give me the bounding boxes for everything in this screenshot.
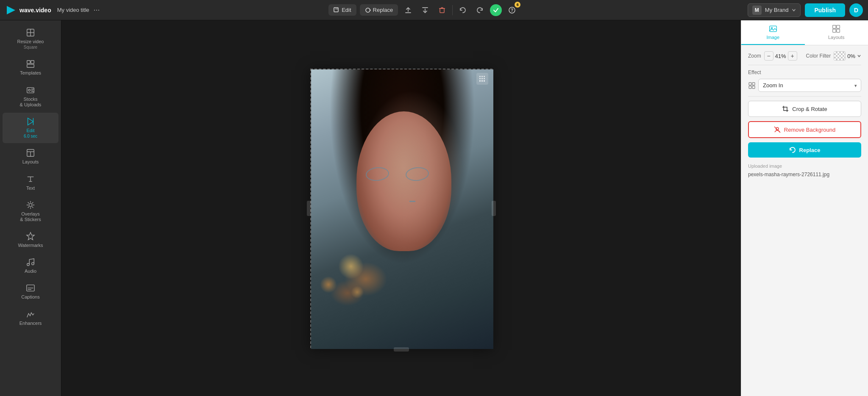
- replace-image-button[interactable]: Replace: [748, 142, 861, 158]
- svg-rect-4: [440, 8, 444, 13]
- check-icon: [493, 7, 499, 13]
- svg-rect-13: [31, 61, 34, 64]
- sidebar-item-watermarks[interactable]: Watermarks: [3, 227, 58, 252]
- svg-rect-14: [27, 64, 34, 67]
- zoom-row: Zoom − 41% + Color Filter 0%: [748, 51, 861, 61]
- replace-button[interactable]: Replace: [360, 4, 398, 16]
- download-icon: [421, 6, 429, 14]
- svg-marker-3: [370, 9, 371, 11]
- brand-name: My Brand: [765, 7, 789, 13]
- zoom-value: 41%: [775, 53, 786, 59]
- resize-icon: [26, 28, 35, 37]
- svg-point-27: [32, 263, 34, 265]
- topbar-right: M My Brand Publish D: [748, 3, 863, 17]
- layouts-icon: [26, 148, 35, 158]
- svg-rect-38: [752, 83, 755, 85]
- svg-point-32: [771, 28, 772, 29]
- effect-select[interactable]: Zoom In Zoom Out Pan Left Pan Right None: [758, 79, 861, 92]
- upload-button[interactable]: [401, 3, 415, 17]
- effect-select-wrap[interactable]: Zoom In Zoom Out Pan Left Pan Right None: [758, 79, 861, 92]
- divider-2: [748, 96, 861, 97]
- sidebar-item-edit[interactable]: Edit6.0 sec: [3, 113, 58, 143]
- color-filter-value: 0%: [847, 53, 855, 59]
- right-resize-handle[interactable]: [492, 201, 496, 216]
- crop-rotate-button[interactable]: Crop & Rotate: [748, 101, 861, 117]
- sidebar-item-resize[interactable]: Resize videoSquare: [3, 24, 58, 54]
- canvas-image: [311, 69, 493, 349]
- confirm-button[interactable]: [490, 4, 502, 16]
- bottom-resize-handle[interactable]: [394, 347, 409, 352]
- left-resize-handle[interactable]: [307, 201, 311, 216]
- svg-marker-0: [7, 6, 15, 14]
- tab-image[interactable]: Image: [741, 20, 805, 45]
- svg-rect-35: [833, 29, 836, 33]
- svg-rect-12: [27, 61, 30, 64]
- edit-button[interactable]: Edit: [328, 4, 356, 16]
- publish-button[interactable]: Publish: [805, 3, 845, 17]
- brand-selector[interactable]: M My Brand: [748, 3, 801, 17]
- captions-icon: [26, 283, 35, 293]
- effect-row: Zoom In Zoom Out Pan Left Pan Right None: [748, 79, 861, 92]
- separator: [452, 5, 453, 15]
- svg-rect-33: [833, 25, 836, 28]
- sidebar-item-audio[interactable]: Audio: [3, 253, 58, 278]
- sidebar-item-text[interactable]: Text: [3, 170, 58, 195]
- svg-point-16: [28, 89, 31, 91]
- logo-area: wave.video My video title ···: [5, 4, 100, 16]
- zoom-decrease-button[interactable]: −: [764, 51, 773, 61]
- zoom-increase-button[interactable]: +: [788, 51, 797, 61]
- logo-icon: [5, 4, 17, 16]
- zoom-color-section: Zoom − 41% + Color Filter 0% Effect: [741, 45, 868, 184]
- layouts-tab-icon: [832, 25, 840, 33]
- upload-icon: [404, 6, 412, 14]
- divider-1: [748, 65, 861, 65]
- video-title[interactable]: My video title: [57, 7, 89, 13]
- delete-button[interactable]: [435, 3, 449, 17]
- color-filter-swatch[interactable]: [834, 51, 846, 61]
- main-content: Resize videoSquare Templates Stocks& Upl…: [0, 20, 868, 396]
- replace-icon: [365, 7, 371, 13]
- trash-icon: [439, 7, 445, 14]
- right-panel-tabs: Image Layouts: [741, 20, 868, 45]
- canvas-corner-handle[interactable]: [476, 73, 488, 85]
- svg-rect-37: [749, 83, 751, 85]
- svg-rect-40: [752, 86, 755, 89]
- watermarks-icon: [26, 232, 35, 241]
- help-icon: ?: [508, 6, 516, 14]
- effect-label: Effect: [748, 69, 861, 75]
- grid-icon: [479, 76, 485, 82]
- remove-background-button[interactable]: Remove Background: [748, 121, 861, 138]
- more-options-button[interactable]: ···: [94, 6, 100, 14]
- image-tab-icon: [769, 25, 777, 33]
- download-button[interactable]: [418, 3, 432, 17]
- sidebar-item-enhancers[interactable]: Enhancers: [3, 305, 58, 330]
- help-button[interactable]: ? 6: [505, 3, 519, 17]
- sidebar-item-captions[interactable]: Captions: [3, 279, 58, 304]
- sidebar-item-templates[interactable]: Templates: [3, 55, 58, 80]
- svg-marker-17: [28, 118, 33, 125]
- color-filter-control: 0%: [834, 51, 861, 61]
- text-icon: [26, 174, 35, 184]
- topbar-center: Edit Replace ? 6: [105, 3, 743, 17]
- replace-btn-icon: [789, 147, 796, 153]
- edit-sidebar-icon: [26, 117, 35, 126]
- undo-button[interactable]: [456, 3, 470, 17]
- svg-rect-39: [749, 86, 751, 89]
- redo-icon: [476, 6, 484, 14]
- sidebar-item-stocks[interactable]: Stocks& Uploads: [3, 81, 58, 112]
- color-filter-chevron: [857, 54, 861, 58]
- redo-button[interactable]: [473, 3, 487, 17]
- sidebar-item-overlays[interactable]: Overlays& Stickers: [3, 196, 58, 227]
- canvas-frame[interactable]: [310, 69, 492, 348]
- brand-initial: M: [752, 6, 762, 15]
- help-badge: 6: [515, 2, 520, 8]
- avatar[interactable]: D: [849, 3, 863, 17]
- sidebar-item-layouts[interactable]: Layouts: [3, 144, 58, 169]
- canvas-area: [61, 20, 741, 396]
- stocks-icon: [26, 86, 35, 95]
- svg-point-26: [27, 263, 30, 266]
- tab-layouts[interactable]: Layouts: [805, 20, 868, 45]
- audio-icon: [26, 258, 35, 267]
- zoom-control: − 41% +: [764, 51, 797, 61]
- undo-icon: [459, 6, 467, 14]
